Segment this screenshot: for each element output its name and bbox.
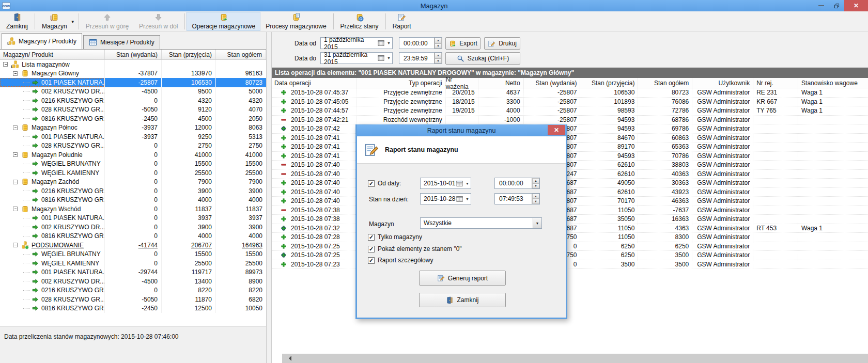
tree-row[interactable]: Magazyn Główny -37807 133970 96163 xyxy=(0,69,266,78)
horizontal-scrollbar[interactable] xyxy=(282,354,868,363)
tree-row[interactable]: 028 KRUSZYWO GR... 0 2750 2750 xyxy=(0,141,266,151)
combo-dropdown-icon[interactable]: ▼ xyxy=(533,218,541,228)
operation-row[interactable]: 2015-10-28 07:45:05 Przyjęcie zewnętrzne… xyxy=(272,98,868,107)
tree-row[interactable]: 0816 KRUSZYWO GR... 0 4000 4000 xyxy=(0,232,266,241)
od-daty-time-field[interactable]: 00:00:00 ▲▼ xyxy=(494,178,540,189)
expand-toggle-icon[interactable] xyxy=(13,152,18,157)
od-daty-date-field[interactable]: 2015-10-01 ▼ xyxy=(420,178,471,189)
column-header-stanowisko-wagowe[interactable]: Stanowisko wagowe xyxy=(798,78,868,88)
tree-row[interactable]: 002 KRUSZYWO DR... -4500 13400 8900 xyxy=(0,277,266,286)
dialog-zamknij-button[interactable]: Zamknij xyxy=(419,293,506,307)
column-header-stan-wydania[interactable]: Stan (wydania) xyxy=(105,50,162,59)
expand-toggle-icon[interactable] xyxy=(13,180,18,184)
toolbar-button[interactable]: Przesuń w górę ▼ xyxy=(81,12,134,31)
tree-row[interactable]: WĘGIEL BRUNATNY 0 15500 15500 xyxy=(0,160,266,169)
checkbox-checked-icon[interactable]: ✓ xyxy=(368,257,375,264)
expand-toggle-icon[interactable] xyxy=(3,62,8,67)
tree-row[interactable]: WĘGIEL BRUNATNY 0 15500 15500 xyxy=(0,250,266,259)
generate-report-button[interactable]: Generuj raport xyxy=(419,271,506,286)
date-from-field[interactable]: 1 października 2015 ▼ xyxy=(320,37,393,49)
toolbar-button[interactable]: Magazyn ▼ xyxy=(37,12,77,31)
column-header-stan-przyjecia[interactable]: Stan (przyjęcia) xyxy=(162,50,216,59)
column-header-netto[interactable]: Netto xyxy=(478,78,524,88)
tree-row[interactable]: 001 PIASEK NATURA... -25807 106530 80723 xyxy=(0,78,266,87)
tree-row[interactable]: 001 PIASEK NATURA... -29744 119717 89973 xyxy=(0,268,266,277)
search-button[interactable]: Szukaj (Ctrl+F) xyxy=(445,52,520,65)
expand-toggle-icon[interactable] xyxy=(13,125,18,130)
toolbar-button[interactable]: Zamknij ▼ xyxy=(1,12,33,31)
tree-row[interactable]: 028 KRUSZYWO GR... -5050 11870 6820 xyxy=(0,295,266,304)
minimize-button[interactable] xyxy=(813,0,829,11)
toolbar-button[interactable]: Przesuń w dół ▼ xyxy=(134,12,183,31)
tree-row[interactable]: 0216 KRUSZYWO GR... 0 4320 4320 xyxy=(0,96,266,105)
column-header-stan-ogolem[interactable]: Stan ogółem xyxy=(216,50,266,59)
column-header-nr-wazenia[interactable]: Nr ważenia xyxy=(446,78,478,88)
od-daty-checkbox[interactable]: ✓ Od daty: xyxy=(368,180,401,187)
time-from-spinner[interactable]: ▲▼ xyxy=(434,38,442,49)
toolbar-button[interactable]: Operacje magazynowe ▼ xyxy=(187,12,260,31)
raport-szczegolowy-checkbox[interactable]: ✓ Raport szczegółowy xyxy=(368,257,433,264)
tree-row[interactable]: Magazyn Wschód 0 11837 11837 xyxy=(0,204,266,214)
column-header-stan-przyjecia[interactable]: Stan (przyjęcia) xyxy=(580,78,638,88)
expand-toggle-icon[interactable] xyxy=(13,243,18,247)
scroll-left-button[interactable] xyxy=(282,354,298,363)
magazyn-combobox[interactable]: Wszystkie ▼ xyxy=(420,217,542,229)
pokaz-elementy-checkbox[interactable]: ✓ Pokaż elementy ze stanem "0" xyxy=(368,245,462,252)
expand-toggle-icon[interactable] xyxy=(13,71,18,76)
tree-row[interactable]: 001 PIASEK NATURA... 0 3937 3937 xyxy=(0,214,266,223)
left-panel-tab[interactable]: Magazyny / Produkty xyxy=(2,33,82,49)
tree-row[interactable]: 0816 KRUSZYWO GR... -2450 4500 2050 xyxy=(0,114,266,123)
tree-row[interactable]: WĘGIEL KAMIENNY 0 25500 25500 xyxy=(0,168,266,178)
toolbar-button[interactable]: Raport ▼ xyxy=(388,12,416,31)
tree-row[interactable]: PODSUMOWANIE -41744 206707 164963 xyxy=(0,241,266,250)
tree-row[interactable]: Magazyn Zachód 0 7900 7900 xyxy=(0,178,266,187)
chevron-down-icon[interactable]: ▼ xyxy=(385,56,392,60)
tree-row[interactable]: 002 KRUSZYWO DR... 0 3900 3900 xyxy=(0,223,266,232)
toolbar-button[interactable]: Przelicz stany ▼ xyxy=(335,12,384,31)
stan-time-spinner[interactable]: ▲▼ xyxy=(532,194,539,204)
checkbox-checked-icon[interactable]: ✓ xyxy=(368,246,375,252)
expand-toggle-icon[interactable] xyxy=(13,207,18,211)
tree-row[interactable]: 0216 KRUSZYWO GR... 0 8220 8220 xyxy=(0,286,266,295)
operation-row[interactable]: 2015-10-28 07:44:57 Przyjęcie zewnętrzne… xyxy=(272,106,868,116)
operation-row[interactable]: 2015-10-28 07:45:37 Przyjęcie zewnętrzne… xyxy=(272,88,868,98)
tree-row[interactable]: 0816 KRUSZYWO GR... -2450 12500 10050 xyxy=(0,304,266,313)
tree-row[interactable]: 028 KRUSZYWO GR... -5050 9120 4070 xyxy=(0,105,266,115)
tree-row[interactable]: Lista magazynów xyxy=(0,60,266,69)
time-to-spinner[interactable]: ▲▼ xyxy=(434,53,442,64)
restore-button[interactable] xyxy=(829,0,844,11)
chevron-down-icon[interactable]: ▼ xyxy=(385,41,392,45)
checkbox-checked-icon[interactable]: ✓ xyxy=(368,234,375,241)
tree-row[interactable]: 0216 KRUSZYWO GR... 0 3900 3900 xyxy=(0,186,266,196)
column-header-stan-wydania[interactable]: Stan (wydania) xyxy=(524,78,581,88)
tree-row[interactable]: WĘGIEL KAMIENNY 0 25500 25500 xyxy=(0,259,266,268)
close-button[interactable]: ✕ xyxy=(844,0,868,11)
tree-row[interactable]: Magazyn Południe 0 41000 41000 xyxy=(0,150,266,160)
tree-row[interactable]: 0816 KRUSZYWO GR... 0 4000 4000 xyxy=(0,196,266,205)
chevron-down-icon[interactable]: ▼ xyxy=(464,182,471,185)
od-daty-time-spinner[interactable]: ▲▼ xyxy=(532,178,539,188)
checkbox-checked-icon[interactable]: ✓ xyxy=(368,180,375,187)
chevron-down-icon[interactable]: ▼ xyxy=(464,197,471,201)
print-button[interactable]: Drukuj xyxy=(484,37,520,50)
dialog-close-button[interactable]: ✕ xyxy=(548,125,565,135)
date-to-field[interactable]: 31 października 2015 ▼ xyxy=(320,52,393,64)
column-header-nr-rej[interactable]: Nr rej. xyxy=(753,78,798,88)
column-header-uzytkownik[interactable]: Użytkownik xyxy=(692,78,753,88)
export-button[interactable]: Export xyxy=(445,37,481,50)
operation-row[interactable]: 2015-10-28 07:42:21 Rozchód wewnętrzny -… xyxy=(272,116,868,125)
tree-row[interactable]: 002 KRUSZYWO DR... -4500 9500 5000 xyxy=(0,87,266,97)
time-to-field[interactable]: 23:59:59 ▲▼ xyxy=(399,52,442,64)
tylko-magazyny-checkbox[interactable]: ✓ Tylko magazyny xyxy=(368,233,422,241)
tree-row[interactable]: Magazyn Północ -3937 12000 8063 xyxy=(0,123,266,133)
stan-date-field[interactable]: 2015-10-28 ▼ xyxy=(420,193,471,204)
stan-time-field[interactable]: 07:49:53 ▲▼ xyxy=(494,193,540,204)
column-header-data-operacji[interactable]: Data operacji xyxy=(272,78,357,88)
time-from-field[interactable]: 00:00:00 ▲▼ xyxy=(399,37,442,49)
toolbar-button[interactable]: Procesy magazynowe ▼ xyxy=(260,12,331,31)
column-header-magazyn-produkt[interactable]: Magazyn/ Produkt xyxy=(0,50,105,59)
tree-row[interactable]: 001 PIASEK NATURA... -3937 9250 5313 xyxy=(0,132,266,141)
column-header-typ-operacji[interactable]: Typ operacji xyxy=(357,78,446,88)
column-header-stan-ogolem[interactable]: Stan ogółem xyxy=(638,78,692,88)
left-panel-tab[interactable]: Miesiące / Produkty xyxy=(83,35,160,49)
